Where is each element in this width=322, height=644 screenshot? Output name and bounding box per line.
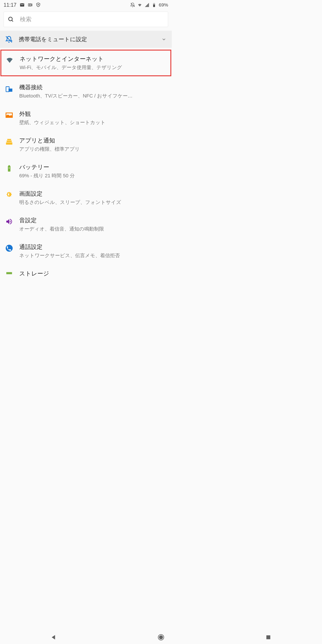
settings-item-sound[interactable]: 音設定 オーディオ、着信音、通知の鳴動制限 <box>0 211 172 238</box>
search-placeholder: 検索 <box>20 16 32 23</box>
item-subtitle: オーディオ、着信音、通知の鳴動制限 <box>19 226 166 232</box>
voicemail-icon <box>28 2 33 8</box>
svg-rect-11 <box>7 140 12 142</box>
bell-off-icon <box>5 36 12 43</box>
svg-rect-10 <box>8 139 11 140</box>
settings-item-storage[interactable]: ストレージ <box>0 264 172 284</box>
item-subtitle: ネットワークサービス、伝言メモ、着信拒否 <box>19 252 166 259</box>
item-subtitle: アプリの権限、標準アプリ <box>19 146 166 152</box>
svg-rect-8 <box>8 88 12 92</box>
item-title: 音設定 <box>19 216 166 224</box>
banner-text: 携帯電話をミュートに設定 <box>19 36 155 43</box>
svg-rect-0 <box>28 4 31 6</box>
devices-icon <box>5 85 13 92</box>
search-box[interactable]: 検索 <box>4 12 168 27</box>
battery-percentage: 69% <box>159 2 168 8</box>
item-title: 通話設定 <box>19 243 166 251</box>
item-title: 画面設定 <box>19 190 166 198</box>
settings-item-apps[interactable]: アプリと通知 アプリの権限、標準アプリ <box>0 131 172 158</box>
item-title: ネットワークとインターネット <box>20 55 166 63</box>
status-right: 69% <box>130 2 168 8</box>
item-title: 外観 <box>19 110 166 118</box>
bell-off-icon <box>130 2 135 8</box>
gmail-icon <box>20 2 24 8</box>
settings-list: ネットワークとインターネット Wi-Fi、モバイル、データ使用量、テザリング 機… <box>0 50 172 284</box>
item-subtitle: 明るさのレベル、スリープ、フォントサイズ <box>19 199 166 206</box>
status-time: 11:17 <box>4 2 16 8</box>
search-container: 検索 <box>0 10 172 31</box>
item-subtitle: 壁紙、ウィジェット、ショートカット <box>19 119 166 126</box>
settings-item-display[interactable]: 画面設定 明るさのレベル、スリープ、フォントサイズ <box>0 184 172 211</box>
volume-icon <box>5 218 13 226</box>
item-title: バッテリー <box>19 163 166 171</box>
svg-rect-12 <box>6 142 12 145</box>
mute-banner[interactable]: 携帯電話をミュートに設定 <box>0 31 172 48</box>
chevron-down-icon <box>162 37 166 42</box>
item-subtitle: Bluetooth、TV/スピーカー、NFC / おサイフケー… <box>19 92 166 99</box>
apps-icon <box>5 138 13 146</box>
shield-icon <box>36 2 41 8</box>
phone-icon <box>5 244 13 252</box>
storage-icon <box>5 271 13 278</box>
svg-point-4 <box>9 17 12 20</box>
signal-icon <box>144 2 149 8</box>
svg-point-2 <box>38 4 39 5</box>
image-icon <box>5 111 13 119</box>
item-subtitle: Wi-Fi、モバイル、データ使用量、テザリング <box>20 64 166 71</box>
svg-line-5 <box>12 20 13 22</box>
item-title: アプリと通知 <box>19 137 166 144</box>
wifi-icon <box>137 2 142 8</box>
settings-item-network[interactable]: ネットワークとインターネット Wi-Fi、モバイル、データ使用量、テザリング <box>0 50 171 76</box>
search-icon <box>8 16 14 22</box>
item-title: ストレージ <box>19 270 166 278</box>
svg-rect-14 <box>9 168 10 168</box>
battery-icon <box>152 2 156 8</box>
svg-point-15 <box>6 245 12 252</box>
settings-item-appearance[interactable]: 外観 壁紙、ウィジェット、ショートカット <box>0 105 172 131</box>
settings-item-battery[interactable]: バッテリー 69% - 残り 21 時間 50 分 <box>0 158 172 184</box>
svg-point-1 <box>29 4 30 6</box>
status-left: 11:17 <box>4 2 41 8</box>
item-title: 機器接続 <box>19 84 166 91</box>
brightness-icon <box>5 191 13 199</box>
settings-item-call[interactable]: 通話設定 ネットワークサービス、伝言メモ、着信拒否 <box>0 238 172 264</box>
status-bar: 11:17 69% <box>0 0 172 10</box>
wifi-icon <box>6 56 14 64</box>
item-subtitle: 69% - 残り 21 時間 50 分 <box>19 172 166 179</box>
settings-item-connected-devices[interactable]: 機器接続 Bluetooth、TV/スピーカー、NFC / おサイフケー… <box>0 78 172 105</box>
battery-icon <box>5 164 13 172</box>
